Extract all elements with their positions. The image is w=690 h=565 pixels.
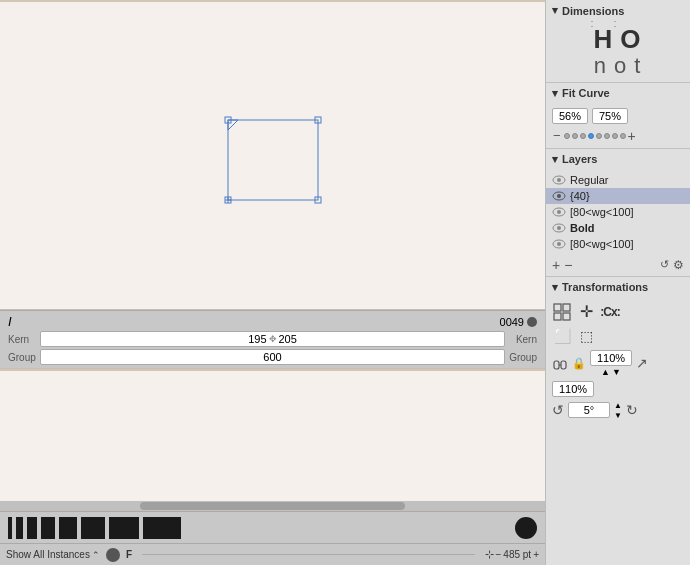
show-all-label: Show All Instances (6, 549, 90, 560)
cursor-indicator: I (8, 314, 12, 329)
fit-dot-1[interactable] (564, 133, 570, 139)
eye-icon-regular (552, 175, 566, 185)
scale-x-down-btn[interactable]: ▼ (612, 367, 621, 377)
fit-curve-input-2[interactable] (592, 108, 628, 124)
transformations-content: ✛ :Cx: ⬜ ⬚ 🔒 (546, 298, 690, 428)
fit-dot-3[interactable] (580, 133, 586, 139)
fit-dot-7[interactable] (612, 133, 618, 139)
fit-curve-label: Fit Curve (562, 87, 610, 99)
zoom-plus[interactable]: + (533, 549, 539, 560)
stem-3 (27, 517, 37, 539)
transform-scale-y-row (552, 381, 684, 397)
dim-O: O (620, 25, 642, 54)
instance-icon[interactable] (106, 548, 120, 562)
stem-6 (81, 517, 105, 539)
zoom-value: 485 pt (503, 549, 531, 560)
layers-header[interactable]: ▾ Layers (546, 149, 690, 170)
svg-rect-22 (554, 361, 559, 369)
svg-point-9 (557, 178, 561, 182)
scale-x-steppers: ▲ ▼ (601, 367, 621, 377)
move-icon-btn[interactable]: ✛ (576, 302, 596, 322)
fit-curve-plus-btn[interactable]: + (628, 128, 636, 144)
angle-up-btn[interactable]: ▲ (614, 401, 622, 410)
layers-list: Regular {40} [80<wg<100] (546, 170, 690, 254)
remove-layer-btn[interactable]: − (564, 258, 572, 272)
link-icon-btn[interactable] (552, 355, 568, 371)
angle-input[interactable] (568, 402, 610, 418)
fit-curve-dots (564, 133, 626, 139)
kern-group-grid: Kern 195 ✥ 205 Kern Group 600 Group (8, 331, 537, 365)
scale-x-input[interactable] (590, 350, 632, 366)
right-panel: ▾ Dimensions H O n o t (545, 0, 690, 565)
circle-indicator (515, 517, 537, 539)
layer-name-bold: Bold (570, 222, 684, 234)
kern-left-value: 195 (248, 333, 266, 345)
horizontal-scrollbar[interactable] (0, 501, 545, 511)
fit-curve-header[interactable]: ▾ Fit Curve (546, 83, 690, 104)
fit-dot-6[interactable] (604, 133, 610, 139)
svg-marker-5 (228, 120, 238, 130)
glyph-display[interactable] (223, 115, 323, 205)
layer-refresh-btn[interactable]: ↺ (660, 258, 669, 271)
fit-curve-triangle-icon: ▾ (552, 87, 558, 100)
add-layer-btn[interactable]: + (552, 258, 560, 272)
flip-h-icon-btn[interactable]: ⬜ (552, 326, 572, 346)
id-dot (527, 317, 537, 327)
zoom-level: ⊹ − 485 pt + (485, 548, 540, 561)
stem-5 (59, 517, 77, 539)
fit-dot-4[interactable] (588, 133, 594, 139)
scale-x-input-group: ▲ ▼ (590, 350, 632, 377)
rotate-cw-btn[interactable]: ↻ (626, 402, 638, 418)
transformations-triangle-icon: ▾ (552, 281, 558, 294)
svg-rect-4 (228, 120, 318, 200)
dimensions-triangle-icon: ▾ (552, 4, 558, 17)
stem-4 (41, 517, 55, 539)
stem-toolbar (0, 511, 545, 543)
fit-dot-8[interactable] (620, 133, 626, 139)
fit-curve-content: − + (546, 104, 690, 148)
svg-rect-18 (554, 304, 561, 311)
svg-point-17 (557, 242, 561, 246)
layer-item-regular[interactable]: Regular (546, 172, 690, 188)
fit-curve-input-1[interactable] (552, 108, 588, 124)
layer-name-regular: Regular (570, 174, 684, 186)
apply-x-btn-container: ↗ (636, 355, 648, 371)
dim-o: o (614, 54, 628, 78)
chevron-icon: ⌃ (92, 550, 100, 560)
select-all-icon-btn[interactable] (552, 302, 572, 322)
fit-curve-inputs-row (552, 108, 684, 124)
fit-curve-controls: − + (552, 128, 684, 144)
svg-point-13 (557, 210, 561, 214)
angle-down-btn[interactable]: ▼ (614, 411, 622, 420)
lock-icon[interactable]: 🔒 (572, 357, 586, 370)
zoom-minus[interactable]: − (496, 549, 502, 560)
show-all-instances-btn[interactable]: Show All Instances ⌃ (6, 549, 100, 560)
stem-1 (8, 517, 12, 539)
fit-dot-5[interactable] (596, 133, 602, 139)
eye-icon-bold (552, 223, 566, 233)
kern-right-label: Kern (509, 334, 537, 345)
dimensions-header[interactable]: ▾ Dimensions (546, 0, 690, 21)
layer-settings-btn[interactable]: ⚙ (673, 258, 684, 272)
svg-rect-20 (554, 313, 561, 320)
flip-v-icon-btn[interactable]: ⬚ (576, 326, 596, 346)
main-canvas-area: I 0049 Kern 195 ✥ 205 Kern Group 600 Gro… (0, 0, 545, 565)
stem-2 (16, 517, 23, 539)
layer-item-80-100-1[interactable]: [80<wg<100] (546, 204, 690, 220)
transform-scale-x-row: 🔒 ▲ ▼ ↗ (552, 350, 684, 377)
svg-point-11 (557, 194, 561, 198)
transformations-header[interactable]: ▾ Transformations (546, 277, 690, 298)
layer-item-bold[interactable]: Bold (546, 220, 690, 236)
layers-section: ▾ Layers Regular {40} (546, 149, 690, 277)
canvas-bottom (0, 368, 545, 501)
layer-item-80-100-2[interactable]: [80<wg<100] (546, 236, 690, 252)
scale-y-input[interactable] (552, 381, 594, 397)
rotate-ccw-btn[interactable]: ↺ (552, 402, 564, 418)
apply-scale-x-btn[interactable]: ↗ (636, 355, 648, 371)
layer-item-40[interactable]: {40} (546, 188, 690, 204)
fit-curve-minus-btn[interactable]: − (552, 128, 562, 143)
scale-x-up-btn[interactable]: ▲ (601, 367, 610, 377)
layers-actions: + − ↺ ⚙ (546, 254, 690, 276)
cx-label-btn[interactable]: :Cx: (600, 302, 620, 322)
fit-dot-2[interactable] (572, 133, 578, 139)
